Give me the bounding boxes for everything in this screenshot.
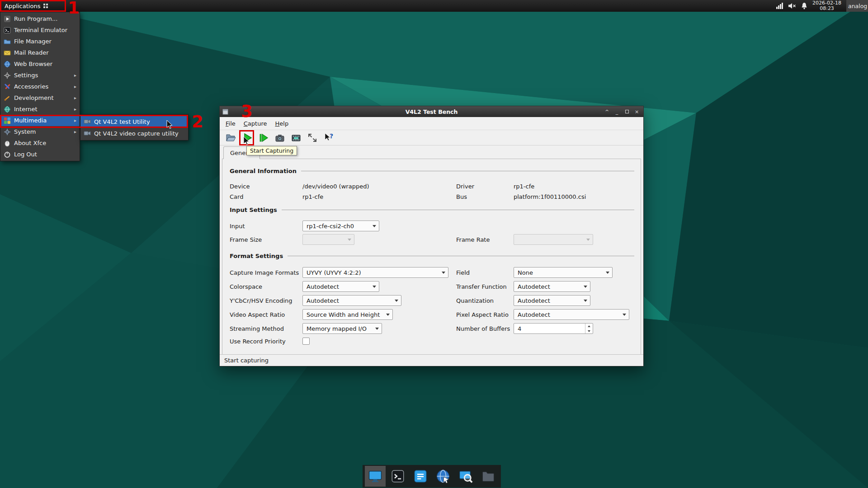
whats-this-button[interactable]: ? xyxy=(322,131,335,144)
menu-item-mail-reader[interactable]: Mail Reader xyxy=(0,47,80,58)
submenu-item-qt-v4l2-test-utility[interactable]: Qt V4L2 test Utility xyxy=(80,116,188,127)
menu-item-development[interactable]: Development ▸ xyxy=(0,92,80,103)
spin-up-icon[interactable] xyxy=(585,324,593,328)
ycbcr-label: Y'CbCr/HSV Encoding xyxy=(230,295,292,306)
video-aspect-select[interactable]: Source Width and Height xyxy=(302,309,393,320)
menu-file[interactable]: File xyxy=(222,118,240,129)
card-value: rp1-cfe xyxy=(302,191,323,202)
start-streaming-button[interactable] xyxy=(257,131,270,144)
settings-icon xyxy=(4,72,11,79)
text-editor-icon xyxy=(413,469,428,484)
menu-item-run-program[interactable]: Run Program... xyxy=(0,13,80,24)
maximize-button[interactable] xyxy=(623,108,631,116)
menu-item-label: Run Program... xyxy=(14,15,57,22)
driver-label: Driver xyxy=(456,181,474,192)
menu-item-multimedia[interactable]: Multimedia ▸ xyxy=(0,115,80,126)
applications-button[interactable]: Applications xyxy=(0,0,52,12)
menu-item-about-xfce[interactable]: About Xfce xyxy=(0,137,80,149)
menu-item-accessories[interactable]: Accessories ▸ xyxy=(0,81,80,92)
colorspace-select[interactable]: Autodetect xyxy=(302,281,379,292)
colorspace-label: Colorspace xyxy=(230,281,262,292)
web-browser-globe-icon xyxy=(435,469,451,484)
capture-format-select[interactable]: UYVY (UYVY 4:2:2) xyxy=(302,267,448,278)
menu-item-web-browser[interactable]: Web Browser xyxy=(0,58,80,70)
menu-item-log-out[interactable]: Log Out xyxy=(0,149,80,160)
quantization-select[interactable]: Autodetect xyxy=(514,295,590,306)
menu-item-internet[interactable]: Internet ▸ xyxy=(0,103,80,115)
dropdown-arrow-icon xyxy=(386,314,390,316)
network-signal-icon[interactable] xyxy=(776,3,783,9)
capture-format-select-value: UYVY (UYVY 4:2:2) xyxy=(307,269,361,276)
open-file-button[interactable] xyxy=(225,131,237,144)
spinbox-arrows[interactable] xyxy=(585,324,593,333)
input-select-value: rp1-cfe-csi2-ch0 xyxy=(307,223,354,230)
snapshot-button[interactable] xyxy=(274,131,286,144)
dock xyxy=(363,465,501,488)
dock-item-text-editor[interactable] xyxy=(410,466,431,487)
dropdown-arrow-icon xyxy=(375,328,379,330)
streaming-method-select[interactable]: Memory mapped I/O xyxy=(302,323,382,334)
fullscreen-button[interactable] xyxy=(306,131,319,144)
section-format-settings: Format Settings xyxy=(230,251,634,261)
start-capturing-icon xyxy=(242,132,253,143)
menu-help[interactable]: Help xyxy=(271,118,292,129)
shade-button[interactable]: ^ xyxy=(603,108,611,116)
titlebar[interactable]: V4L2 Test Bench ^ _ × xyxy=(220,106,643,117)
pixel-aspect-select-value: Autodetect xyxy=(518,311,550,318)
submenu-arrow-icon: ▸ xyxy=(74,118,76,123)
terminal-icon xyxy=(390,469,406,484)
menu-item-settings[interactable]: Settings ▸ xyxy=(0,70,80,81)
menu-item-label: Mail Reader xyxy=(14,49,49,56)
minimize-button[interactable]: _ xyxy=(613,108,621,116)
notifications-bell-icon[interactable] xyxy=(801,3,807,9)
section-input-settings: Input Settings xyxy=(230,205,634,215)
ycbcr-select[interactable]: Autodetect xyxy=(302,295,401,306)
submenu-arrow-icon: ▸ xyxy=(74,84,76,89)
menu-item-terminal-emulator[interactable]: Terminal Emulator xyxy=(0,24,80,36)
web-browser-icon xyxy=(4,61,11,68)
close-button[interactable]: × xyxy=(633,108,641,116)
pixel-aspect-select[interactable]: Autodetect xyxy=(514,309,629,320)
transfer-function-select[interactable]: Autodetect xyxy=(514,281,590,292)
submenu-item-qt-v4l2-video-capture-utility[interactable]: Qt V4L2 video capture utility xyxy=(80,127,188,139)
accessories-icon xyxy=(4,83,11,90)
menu-item-label: Internet xyxy=(14,106,38,113)
quantization-label: Quantization xyxy=(456,295,494,306)
dropdown-arrow-icon xyxy=(395,300,398,302)
dock-item-desktop[interactable] xyxy=(365,466,386,487)
dropdown-arrow-icon xyxy=(373,225,376,227)
menu-item-system[interactable]: System ▸ xyxy=(0,126,80,137)
record-priority-checkbox[interactable] xyxy=(302,338,310,345)
menu-item-file-manager[interactable]: File Manager xyxy=(0,36,80,47)
dock-item-web-browser[interactable] xyxy=(433,466,453,487)
menu-capture[interactable]: Capture xyxy=(240,118,271,129)
dock-item-file-manager[interactable] xyxy=(478,466,499,487)
menu-item-label: File Manager xyxy=(14,38,52,45)
open-file-icon xyxy=(226,132,236,143)
transfer-function-label: Transfer Function xyxy=(456,281,507,292)
volume-muted-icon[interactable] xyxy=(788,3,796,9)
spin-down-icon[interactable] xyxy=(585,328,593,333)
submenu-arrow-icon: ▸ xyxy=(74,129,76,134)
field-select[interactable]: None xyxy=(514,267,613,278)
buffers-spinbox[interactable]: 4 xyxy=(514,323,593,334)
field-label: Field xyxy=(456,267,470,278)
dock-item-terminal[interactable] xyxy=(387,466,408,487)
top-panel: Applications 2026-02-18 08:23 analog xyxy=(0,0,868,12)
input-select[interactable]: rp1-cfe-csi2-ch0 xyxy=(302,221,379,231)
panel-clock[interactable]: 2026-02-18 08:23 xyxy=(812,0,841,11)
start-capturing-button[interactable] xyxy=(241,131,254,144)
ycbcr-select-value: Autodetect xyxy=(307,297,339,304)
desktop-display-icon xyxy=(368,469,383,484)
frame-size-select xyxy=(302,234,354,245)
dropdown-arrow-icon xyxy=(584,286,587,288)
driver-value: rp1-cfe xyxy=(514,181,534,192)
video-aspect-label: Video Aspect Ratio xyxy=(230,309,285,320)
section-rule xyxy=(301,171,634,171)
transfer-function-select-value: Autodetect xyxy=(518,283,550,290)
dock-item-app-finder[interactable] xyxy=(455,466,476,487)
capture-format-label: Capture Image Formats xyxy=(230,267,299,278)
record-button[interactable] xyxy=(290,131,302,144)
menu-item-label: About Xfce xyxy=(14,140,46,146)
dropdown-arrow-icon xyxy=(586,239,590,241)
